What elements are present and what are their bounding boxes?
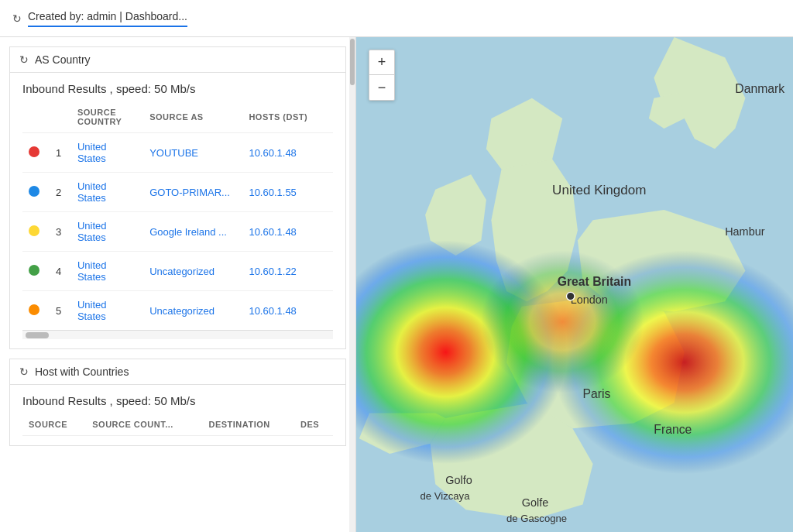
source-as[interactable]: GOTO-PRIMAR... (143, 173, 242, 212)
svg-text:Golfe: Golfe (522, 496, 548, 509)
source-as[interactable]: Uncategorized (143, 252, 242, 291)
svg-point-3 (481, 251, 644, 393)
dot-cell (22, 133, 50, 173)
table-row: 1 United States YOUTUBE 10.60.1.48 (22, 133, 333, 173)
map-controls: + − (369, 50, 395, 101)
svg-point-15 (567, 292, 575, 300)
svg-text:Paris: Paris (582, 387, 610, 400)
source-as[interactable]: Uncategorized (143, 291, 242, 331)
svg-text:Golfo: Golfo (445, 474, 472, 486)
section-tab-host-countries[interactable]: ↻ Host with Countries (10, 359, 345, 385)
hosts-dst[interactable]: 10.60.1.22 (242, 252, 333, 291)
refresh-icon-section1[interactable]: ↻ (19, 53, 29, 66)
dot-cell (22, 173, 50, 212)
svg-text:Danmark: Danmark (735, 82, 784, 95)
row-number: 4 (50, 252, 71, 291)
table-row: 3 United States Google Ireland ... 10.60… (22, 212, 333, 252)
row-dot (29, 146, 39, 157)
row-dot (29, 265, 39, 276)
hosts-dst[interactable]: 10.60.1.55 (242, 173, 333, 212)
main-content: ↻ AS Country Inbound Results , speed: 50… (0, 37, 793, 532)
svg-text:Hambur: Hambur (725, 225, 764, 238)
map-svg: United Kingdom Danmark Hambur Great Brit… (356, 37, 793, 532)
col-num (50, 105, 71, 133)
hosts-dst[interactable]: 10.60.1.48 (242, 133, 333, 173)
col-dot (22, 105, 50, 133)
section2-content: Inbound Results , speed: 50 Mb/s SOURCE … (10, 385, 345, 445)
col-source-as: SOURCE AS (143, 105, 242, 133)
table-row: 2 United States GOTO-PRIMAR... 10.60.1.5… (22, 173, 333, 212)
col2-source-count: SOURCE COUNT... (86, 417, 202, 436)
row-dot (29, 186, 39, 197)
section-host-countries: ↻ Host with Countries Inbound Results , … (9, 359, 346, 446)
section-tab-as-country[interactable]: ↻ AS Country (10, 47, 345, 73)
svg-text:de Gascogne: de Gascogne (506, 513, 567, 524)
col2-destination: DESTINATION (202, 417, 294, 436)
page-title: Created by: admin | Dashboard... (28, 10, 187, 27)
hosts-dst[interactable]: 10.60.1.48 (242, 291, 333, 331)
row-dot (29, 304, 39, 315)
source-country[interactable]: United States (71, 252, 143, 291)
as-country-table: SOURCE COUNTRY SOURCE AS HOSTS (DST) 1 U… (22, 105, 333, 330)
results-title-1: Inbound Results , speed: 50 Mb/s (22, 82, 333, 95)
source-country[interactable]: United States (71, 291, 143, 331)
col2-des: DES (294, 417, 333, 436)
panel-scrollbar[interactable] (349, 37, 355, 532)
zoom-out-button[interactable]: − (369, 75, 394, 100)
row-number: 2 (50, 173, 71, 212)
table2-header-row: SOURCE SOURCE COUNT... DESTINATION DES (22, 417, 333, 436)
row-number: 5 (50, 291, 71, 331)
table-row: 5 United States Uncategorized 10.60.1.48 (22, 291, 333, 331)
results-title-2: Inbound Results , speed: 50 Mb/s (22, 394, 333, 407)
table-header-row: SOURCE COUNTRY SOURCE AS HOSTS (DST) (22, 105, 333, 133)
row-dot (29, 225, 39, 236)
svg-text:France: France (654, 423, 692, 436)
top-bar: ↻ Created by: admin | Dashboard... (0, 0, 793, 37)
table-row: 4 United States Uncategorized 10.60.1.22 (22, 252, 333, 291)
left-panel: ↻ AS Country Inbound Results , speed: 50… (0, 37, 356, 532)
section2-tab-label: Host with Countries (35, 366, 129, 378)
zoom-in-button[interactable]: + (369, 50, 394, 75)
svg-text:de Vizcaya: de Vizcaya (421, 490, 471, 502)
source-country[interactable]: United States (71, 173, 143, 212)
horizontal-scrollbar[interactable] (22, 330, 333, 339)
map-area: United Kingdom Danmark Hambur Great Brit… (356, 37, 793, 532)
col-source-country: SOURCE COUNTRY (71, 105, 143, 133)
dot-cell (22, 291, 50, 331)
host-countries-table: SOURCE SOURCE COUNT... DESTINATION DES (22, 417, 333, 436)
col-hosts: HOSTS (DST) (242, 105, 333, 133)
svg-text:London: London (571, 293, 608, 306)
dot-cell (22, 252, 50, 291)
panel-scrollbar-thumb (350, 39, 355, 85)
source-country[interactable]: United States (71, 212, 143, 252)
section-as-country: ↻ AS Country Inbound Results , speed: 50… (9, 46, 346, 349)
refresh-icon-section2[interactable]: ↻ (19, 366, 29, 378)
svg-text:Great Britain: Great Britain (558, 275, 631, 288)
dot-cell (22, 212, 50, 252)
source-country[interactable]: United States (71, 133, 143, 173)
section1-tab-label: AS Country (35, 53, 91, 66)
section1-content: Inbound Results , speed: 50 Mb/s SOURCE … (10, 73, 345, 348)
refresh-icon[interactable]: ↻ (12, 12, 22, 25)
col2-source: SOURCE (22, 417, 86, 436)
hosts-dst[interactable]: 10.60.1.48 (242, 212, 333, 252)
row-number: 1 (50, 133, 71, 173)
svg-text:United Kingdom: United Kingdom (552, 183, 646, 197)
source-as[interactable]: Google Ireland ... (143, 212, 242, 252)
row-number: 3 (50, 212, 71, 252)
scrollbar-thumb (26, 332, 49, 338)
source-as[interactable]: YOUTUBE (143, 133, 242, 173)
